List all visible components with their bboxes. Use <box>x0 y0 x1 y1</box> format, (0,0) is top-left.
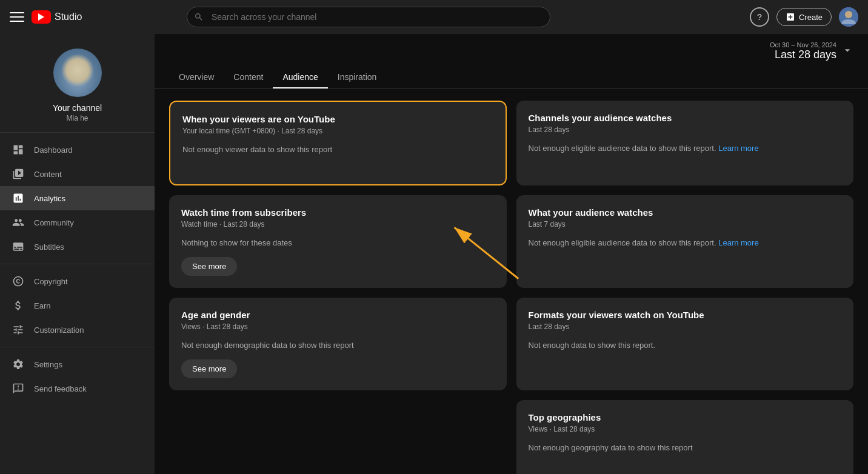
sidebar-item-label-dashboard: Dashboard <box>34 145 73 155</box>
header-right: ? Create <box>750 7 858 27</box>
customization-icon <box>12 324 24 336</box>
sidebar-item-earn[interactable]: Earn <box>0 293 155 318</box>
card-formats-subtitle: Last 28 days <box>529 322 842 331</box>
card-what-title: What your audience watches <box>529 207 842 218</box>
card-viewers-on-youtube: When your viewers are on YouTube Your lo… <box>169 101 507 185</box>
feedback-icon <box>12 382 24 395</box>
community-icon <box>12 216 24 229</box>
sidebar-item-content[interactable]: Content <box>0 162 155 186</box>
channels-learn-more-link[interactable]: Learn more <box>718 144 758 153</box>
tab-audience[interactable]: Audience <box>273 66 327 88</box>
card-watch-time-footer: See more <box>181 257 495 276</box>
app-header: Studio ? Create <box>0 0 868 34</box>
card-what-body: Not enough eligible audience data to sho… <box>529 238 842 276</box>
copyright-icon <box>12 275 24 287</box>
sidebar-item-analytics[interactable]: Analytics <box>0 186 155 210</box>
date-range-chevron[interactable] <box>841 44 853 58</box>
card-what-audience-watches: What your audience watches Last 7 days N… <box>516 195 854 288</box>
card-age-gender-subtitle: Views · Last 28 days <box>181 322 495 331</box>
date-range-label: Oct 30 – Nov 26, 2024 <box>770 41 836 48</box>
watch-time-see-more-button[interactable]: See more <box>181 257 237 276</box>
card-viewers-body: Not enough viewer data to show this repo… <box>182 145 493 172</box>
search-bar[interactable] <box>187 7 550 27</box>
card-channels-audience: Channels your audience watches Last 28 d… <box>516 101 854 185</box>
card-age-gender-footer: See more <box>181 359 495 378</box>
dashboard-icon <box>12 144 24 156</box>
sidebar-item-label-feedback: Send feedback <box>34 384 87 393</box>
sidebar-item-customization[interactable]: Customization <box>0 318 155 342</box>
cards-area: When your viewers are on YouTube Your lo… <box>155 101 868 474</box>
cards-grid: When your viewers are on YouTube Your lo… <box>155 101 868 474</box>
settings-icon <box>12 358 24 370</box>
date-range[interactable]: Oct 30 – Nov 26, 2024 Last 28 days <box>770 41 836 61</box>
sidebar-item-subtitles[interactable]: Subtitles <box>0 235 155 259</box>
channel-info: Your channel Mia he <box>0 34 155 133</box>
channel-name: Your channel <box>53 103 102 113</box>
svg-point-1 <box>845 11 852 18</box>
card-formats-title: Formats your viewers watch on YouTube <box>529 310 842 320</box>
search-input[interactable] <box>187 7 550 27</box>
sidebar-item-label-copyright: Copyright <box>34 277 68 286</box>
avatar[interactable] <box>839 7 858 27</box>
card-formats-body: Not enough data to show this report. <box>529 341 842 378</box>
card-viewers-title: When your viewers are on YouTube <box>182 114 493 124</box>
card-viewers-subtitle: Your local time (GMT +0800) · Last 28 da… <box>182 127 493 135</box>
date-header: Oct 30 – Nov 26, 2024 Last 28 days <box>155 34 868 66</box>
card-channels-body: Not enough eligible audience data to sho… <box>529 144 842 173</box>
create-button[interactable]: Create <box>776 8 832 26</box>
tab-inspiration[interactable]: Inspiration <box>328 66 387 88</box>
youtube-icon <box>32 10 51 24</box>
logo[interactable]: Studio <box>32 10 82 24</box>
main-content: Oct 30 – Nov 26, 2024 Last 28 days Overv… <box>155 34 868 474</box>
create-plus-icon <box>786 12 795 22</box>
studio-label: Studio <box>55 12 82 22</box>
card-geo-body: Not enough geography data to show this r… <box>529 443 842 473</box>
sidebar-item-label-community: Community <box>34 218 74 227</box>
sidebar-item-label-analytics: Analytics <box>34 194 65 203</box>
card-channels-subtitle: Last 28 days <box>529 125 842 134</box>
age-gender-see-more-button[interactable]: See more <box>181 359 237 378</box>
sidebar-nav: Dashboard Content Analytics <box>0 133 155 474</box>
card-channels-title: Channels your audience watches <box>529 113 842 123</box>
avatar-image <box>839 7 858 27</box>
content-icon <box>12 168 24 180</box>
card-what-subtitle: Last 7 days <box>529 220 842 229</box>
body-layout: Your channel Mia he Dashboard Content <box>0 34 868 474</box>
card-age-gender-title: Age and gender <box>181 310 495 320</box>
channel-avatar[interactable] <box>53 48 102 97</box>
sidebar-item-label-settings: Settings <box>34 360 62 369</box>
sidebar-divider-1 <box>0 264 155 264</box>
card-age-gender: Age and gender Views · Last 28 days Not … <box>169 298 507 390</box>
tab-content[interactable]: Content <box>224 66 273 88</box>
sidebar-divider-2 <box>0 347 155 347</box>
analytics-icon <box>12 192 24 204</box>
channel-handle: Mia he <box>66 114 88 122</box>
card-watch-time-title: Watch time from subscribers <box>181 207 495 218</box>
sidebar-item-settings[interactable]: Settings <box>0 352 155 376</box>
menu-icon[interactable] <box>10 10 24 24</box>
subtitles-icon <box>12 241 24 253</box>
card-top-geographies: Top geographies Views · Last 28 days Not… <box>516 400 854 474</box>
tab-overview[interactable]: Overview <box>169 66 224 88</box>
sidebar: Your channel Mia he Dashboard Content <box>0 34 155 474</box>
sidebar-item-label-subtitles: Subtitles <box>34 242 64 252</box>
help-button[interactable]: ? <box>750 7 769 27</box>
sidebar-item-community[interactable]: Community <box>0 210 155 235</box>
sidebar-item-send-feedback[interactable]: Send feedback <box>0 376 155 401</box>
what-audience-learn-more-link[interactable]: Learn more <box>718 238 758 247</box>
card-geo-subtitle: Views · Last 28 days <box>529 425 842 433</box>
channel-avatar-image <box>53 48 102 97</box>
card-watch-time: Watch time from subscribers Watch time ·… <box>169 195 507 288</box>
sidebar-item-dashboard[interactable]: Dashboard <box>0 138 155 162</box>
date-range-value: Last 28 days <box>770 48 836 61</box>
card-geo-title: Top geographies <box>529 412 842 422</box>
card-watch-time-subtitle: Watch time · Last 28 days <box>181 220 495 229</box>
create-label: Create <box>799 13 823 22</box>
search-icon <box>194 12 204 22</box>
card-watch-time-body: Nothing to show for these dates <box>181 238 495 247</box>
card-age-gender-body: Not enough demographic data to show this… <box>181 341 495 350</box>
analytics-tabs: Overview Content Audience Inspiration <box>155 66 868 88</box>
sidebar-item-copyright[interactable]: Copyright <box>0 269 155 293</box>
sidebar-item-label-earn: Earn <box>34 301 50 310</box>
card-formats: Formats your viewers watch on YouTube La… <box>516 298 854 390</box>
